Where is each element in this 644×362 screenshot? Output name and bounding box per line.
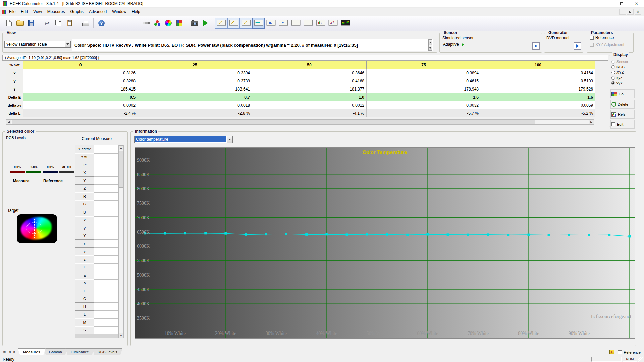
display-radio-xyy[interactable]: xyY bbox=[609, 80, 635, 86]
about-button[interactable] bbox=[96, 18, 107, 29]
colortemp-chart-button[interactable] bbox=[252, 18, 265, 29]
column-header-50[interactable]: 50 bbox=[252, 61, 367, 69]
measure-cell[interactable]: 183.641 bbox=[138, 85, 252, 93]
measure-cell[interactable]: 1.6 bbox=[367, 93, 481, 101]
column-header-75[interactable]: 75 bbox=[367, 61, 481, 69]
current-measure-scrollbar[interactable]: ▲ ▼ bbox=[118, 145, 124, 338]
sensor-config-button[interactable] bbox=[532, 42, 540, 50]
spin-down-button[interactable] bbox=[428, 45, 432, 51]
menu-item-edit[interactable]: Edit bbox=[18, 8, 31, 16]
tab-scroll-left-button[interactable]: ◀ bbox=[7, 349, 12, 355]
chevron-down-icon[interactable] bbox=[227, 136, 232, 143]
minimize-button[interactable] bbox=[599, 0, 614, 8]
new-document-button[interactable] bbox=[3, 18, 14, 29]
scale-dropdown[interactable]: Yellow saturation scale bbox=[4, 41, 71, 48]
measure-cell[interactable]: -2.8 % bbox=[138, 109, 252, 117]
measure-cell[interactable]: 179.526 bbox=[481, 85, 595, 93]
mdi-close-button[interactable]: × bbox=[635, 9, 641, 15]
edit-button[interactable]: Edit bbox=[610, 120, 635, 129]
scroll-up-button[interactable]: ▲ bbox=[119, 145, 123, 150]
table-horizontal-scrollbar[interactable]: ◀ ▶ bbox=[6, 119, 594, 125]
measure-cell[interactable]: 0.4164 bbox=[481, 69, 595, 77]
spin-up-button[interactable] bbox=[428, 39, 432, 45]
go-button[interactable]: Go bbox=[610, 89, 635, 98]
scrollbar-thumb[interactable] bbox=[12, 120, 535, 124]
column-header-0[interactable]: 0 bbox=[23, 61, 138, 69]
measure-cell[interactable]: 0.3739 bbox=[138, 77, 252, 85]
measure-cell[interactable]: 0.3894 bbox=[367, 69, 481, 77]
measure-cell[interactable]: 0.5103 bbox=[481, 77, 595, 85]
tab-list-button[interactable]: ▦ bbox=[2, 349, 7, 355]
measure-cell[interactable]: 0.5 bbox=[23, 93, 138, 101]
generator-config-button[interactable] bbox=[574, 42, 581, 50]
reference-checkbox-row[interactable]: Reference bbox=[590, 35, 614, 40]
information-dropdown[interactable]: Color temperature bbox=[134, 136, 233, 143]
nearwhite-chart-button[interactable] bbox=[302, 18, 314, 29]
free-measures-button[interactable] bbox=[339, 18, 352, 29]
measure-cell[interactable]: 0.0032 bbox=[367, 101, 481, 109]
measure-cell[interactable]: -4.1 % bbox=[252, 109, 367, 117]
tab-scroll-right-button[interactable]: ▶ bbox=[12, 349, 17, 355]
rgb-levels-chart-button[interactable] bbox=[314, 18, 327, 29]
radio-icon[interactable] bbox=[611, 81, 615, 85]
display-radio-xyz[interactable]: xyz bbox=[609, 75, 635, 80]
measure-cell[interactable]: 181.377 bbox=[252, 85, 367, 93]
pattern-generator-button[interactable] bbox=[174, 18, 185, 29]
mdi-restore-button[interactable] bbox=[627, 9, 634, 15]
reference-toggle-checkbox[interactable] bbox=[618, 350, 622, 354]
measure-cell[interactable]: 0.0018 bbox=[138, 101, 252, 109]
gamma-chart-button[interactable] bbox=[227, 18, 240, 29]
measure-cell[interactable]: 0.0012 bbox=[252, 101, 367, 109]
measure-cell[interactable]: -5.7 % bbox=[367, 109, 481, 117]
color-wheel-button[interactable] bbox=[163, 18, 174, 29]
radio-icon[interactable] bbox=[611, 76, 615, 80]
tab-measures[interactable]: Measures bbox=[18, 348, 46, 355]
refs-button[interactable]: Refs bbox=[610, 110, 635, 119]
display-radio-rgb[interactable]: RGB bbox=[609, 64, 635, 70]
start-measure-button[interactable] bbox=[200, 18, 211, 29]
document-icon[interactable] bbox=[2, 10, 6, 14]
menu-item-help[interactable]: Help bbox=[129, 8, 143, 16]
mdi-minimize-button[interactable] bbox=[619, 9, 626, 15]
measures-grid-button[interactable] bbox=[277, 18, 289, 29]
sensor-config-button[interactable] bbox=[141, 18, 152, 29]
measure-cell[interactable]: 178.948 bbox=[367, 85, 481, 93]
snapshot-button[interactable] bbox=[189, 18, 200, 29]
restore-button[interactable] bbox=[614, 0, 629, 8]
column-header-100[interactable]: 100 bbox=[481, 61, 595, 69]
column-header-25[interactable]: 25 bbox=[138, 61, 252, 69]
measure-cell[interactable]: 0.0002 bbox=[23, 101, 138, 109]
cut-button[interactable] bbox=[42, 18, 53, 29]
open-file-button[interactable] bbox=[14, 18, 25, 29]
paste-button[interactable] bbox=[64, 18, 75, 29]
measure-cell[interactable]: -5.2 % bbox=[481, 109, 595, 117]
measure-cell[interactable]: 0.0059 bbox=[481, 101, 595, 109]
primaries-button[interactable] bbox=[152, 18, 163, 29]
measure-cell[interactable]: 0.7 bbox=[138, 93, 252, 101]
contrast-chart-button[interactable] bbox=[289, 18, 302, 29]
measure-cell[interactable]: 0.3394 bbox=[138, 69, 252, 77]
measure-cell[interactable]: 1.6 bbox=[481, 93, 595, 101]
copy-button[interactable] bbox=[53, 18, 64, 29]
measure-cell[interactable]: 0.3126 bbox=[23, 69, 138, 77]
print-button[interactable] bbox=[80, 18, 91, 29]
reference-checkbox[interactable] bbox=[590, 36, 594, 40]
chevron-down-icon[interactable] bbox=[65, 41, 70, 47]
tab-luminance[interactable]: Luminance bbox=[65, 348, 94, 355]
histogram-chart-button[interactable] bbox=[327, 18, 339, 29]
menu-item-view[interactable]: View bbox=[31, 8, 45, 16]
measure-cell[interactable]: 0.3646 bbox=[252, 69, 367, 77]
display-radio-xyz[interactable]: XYZ bbox=[609, 70, 635, 75]
resize-grip[interactable] bbox=[638, 357, 643, 362]
scroll-left-button[interactable]: ◀ bbox=[6, 120, 11, 124]
measure-cell[interactable]: -2.4 % bbox=[23, 109, 138, 117]
menu-item-file[interactable]: File bbox=[6, 8, 18, 16]
nearblack-chart-button[interactable] bbox=[240, 18, 252, 29]
menu-item-measures[interactable]: Measures bbox=[45, 8, 68, 16]
tab-rgb-levels[interactable]: RGB Levels bbox=[92, 348, 123, 355]
tab-gamma[interactable]: Gamma bbox=[44, 348, 67, 355]
scroll-right-button[interactable]: ▶ bbox=[589, 120, 594, 124]
radio-icon[interactable] bbox=[611, 65, 615, 69]
delete-button[interactable]: Delete bbox=[610, 100, 635, 109]
menu-item-advanced[interactable]: Advanced bbox=[86, 8, 109, 16]
